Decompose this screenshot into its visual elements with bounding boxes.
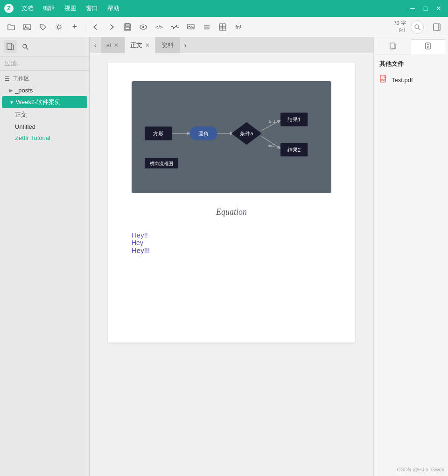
app-logo: Z — [4, 3, 14, 14]
doc-stats: 70 字 9:1 — [394, 20, 406, 34]
panel-toggle-icon[interactable] — [429, 20, 444, 35]
forward-icon[interactable] — [104, 20, 119, 35]
svg-point-10 — [142, 26, 144, 28]
tab-close-st[interactable]: ✕ — [114, 42, 119, 49]
content-area: ‹ st ✕ 正文 ✕ 资料 › 方形 — [90, 37, 373, 476]
svg-text:条件a: 条件a — [240, 131, 253, 136]
sidebar-item-zhengwen[interactable]: 正文 — [2, 109, 87, 121]
preview-icon[interactable] — [136, 20, 151, 35]
sidebar-item-week2[interactable]: ▼ Week2-软件案例 — [2, 96, 87, 108]
workspace-icon: ☰ — [5, 76, 10, 82]
menu-help[interactable]: 帮助 — [104, 3, 123, 14]
svg-line-20 — [418, 28, 420, 30]
svg-point-5 — [57, 26, 60, 28]
tab-zhengwen[interactable]: 正文 ✕ — [125, 37, 156, 53]
titlebar: Z 文档 编辑 视图 窗口 帮助 ─ □ ✕ — [0, 0, 448, 17]
sidebar-icon-bar — [0, 37, 89, 56]
workspace-label: ☰ 工作区 — [0, 73, 89, 84]
save-icon[interactable] — [120, 20, 135, 35]
main-layout: 过滤... ☰ 工作区 ▶ _posts ▼ Week2-软件案例 正文 Unt… — [0, 37, 448, 476]
sidebar: 过滤... ☰ 工作区 ▶ _posts ▼ Week2-软件案例 正文 Unt… — [0, 37, 90, 476]
pdf-icon: PDF — [379, 75, 388, 85]
svg-text:横向流程图: 横向流程图 — [150, 161, 173, 166]
table-icon[interactable] — [215, 20, 230, 35]
menu-window[interactable]: 窗口 — [82, 3, 102, 14]
text-hey3: Hey!!! — [132, 246, 331, 254]
search-button[interactable] — [411, 21, 424, 34]
svg-line-25 — [26, 48, 28, 49]
svg-text:方形: 方形 — [153, 131, 163, 136]
insert-image-icon[interactable] — [183, 20, 198, 35]
right-panel-tab-bar — [374, 37, 448, 55]
footnote-icon[interactable]: fn¹ — [231, 20, 246, 35]
watermark: CSDN @HJin_Gwok — [397, 467, 444, 472]
svg-text:PDF: PDF — [381, 78, 386, 81]
image-icon[interactable] — [20, 20, 35, 35]
right-panel-tab-attachment[interactable] — [376, 39, 411, 55]
sidebar-item-untitled[interactable]: Untitled — [2, 121, 87, 132]
window-controls: ─ □ ✕ — [407, 3, 444, 14]
link-icon[interactable] — [168, 20, 182, 35]
svg-text:圆角: 圆角 — [198, 131, 209, 136]
right-panel-tab-doc[interactable] — [411, 39, 447, 55]
tab-next-button[interactable]: › — [180, 37, 191, 53]
svg-point-3 — [25, 25, 27, 27]
sidebar-search-icon[interactable] — [19, 40, 32, 53]
svg-text:Z: Z — [7, 5, 10, 12]
back-icon[interactable] — [88, 20, 103, 35]
right-panel: 其他文件 PDF Test.pdf — [373, 37, 448, 476]
svg-point-4 — [42, 26, 42, 27]
page-body: 方形 圆角 条件a a=1 — [108, 63, 355, 343]
doc-content[interactable]: 方形 圆角 条件a a=1 — [90, 53, 373, 476]
tag-icon[interactable] — [35, 20, 50, 35]
open-folder-icon[interactable] — [4, 20, 19, 35]
flowchart-svg: 方形 圆角 条件a a=1 — [141, 91, 322, 184]
svg-text:结果1: 结果1 — [287, 117, 301, 122]
maximize-button[interactable]: □ — [420, 3, 431, 14]
tree-arrow-week2: ▼ — [9, 100, 14, 105]
menu-edit[interactable]: 编辑 — [39, 3, 59, 14]
tab-ziliao[interactable]: 资料 — [156, 37, 180, 53]
flowchart: 方形 圆角 条件a a=1 — [132, 81, 331, 193]
sidebar-tree: ☰ 工作区 ▶ _posts ▼ Week2-软件案例 正文 Untitled … — [0, 71, 89, 476]
code-icon[interactable]: </> — [152, 20, 167, 35]
sidebar-item-zettlr[interactable]: Zettlr Tutorial — [2, 133, 87, 143]
text-hey2: Hey — [132, 239, 331, 246]
text-content: Hey!! Hey Hey!!! — [132, 231, 331, 254]
toolbar: + </> — [0, 17, 448, 37]
svg-rect-44 — [390, 43, 395, 49]
tree-arrow-posts: ▶ — [9, 88, 13, 93]
menu-doc[interactable]: 文档 — [18, 3, 37, 14]
minimize-button[interactable]: ─ — [407, 3, 418, 14]
right-panel-file-item[interactable]: PDF Test.pdf — [374, 71, 448, 89]
add-icon[interactable]: + — [67, 20, 82, 35]
tab-close-zhengwen[interactable]: ✕ — [145, 42, 150, 49]
sidebar-item-posts[interactable]: ▶ _posts — [2, 85, 87, 96]
menu-view[interactable]: 视图 — [61, 3, 80, 14]
sidebar-filter[interactable]: 过滤... — [0, 56, 89, 71]
svg-rect-21 — [434, 24, 440, 30]
svg-rect-23 — [7, 43, 12, 49]
tab-st[interactable]: st ✕ — [101, 37, 125, 53]
text-hey1: Hey!! — [132, 231, 331, 239]
menu-bar: 文档 编辑 视图 窗口 帮助 — [18, 3, 123, 14]
svg-text:a=1: a=1 — [268, 119, 275, 124]
sidebar-files-icon[interactable] — [4, 40, 17, 53]
right-panel-title: 其他文件 — [374, 55, 448, 71]
list-icon[interactable] — [199, 20, 214, 35]
close-button[interactable]: ✕ — [433, 3, 444, 14]
svg-text:结果2: 结果2 — [287, 147, 301, 153]
settings-icon[interactable] — [51, 20, 66, 35]
svg-text:a=2: a=2 — [268, 143, 275, 148]
tab-prev-button[interactable]: ‹ — [90, 37, 101, 53]
tab-bar: ‹ st ✕ 正文 ✕ 资料 › — [90, 37, 373, 53]
svg-rect-7 — [126, 24, 129, 26]
equation-text: Equation — [132, 207, 331, 217]
svg-rect-8 — [125, 27, 130, 29]
file-name: Test.pdf — [392, 77, 413, 84]
